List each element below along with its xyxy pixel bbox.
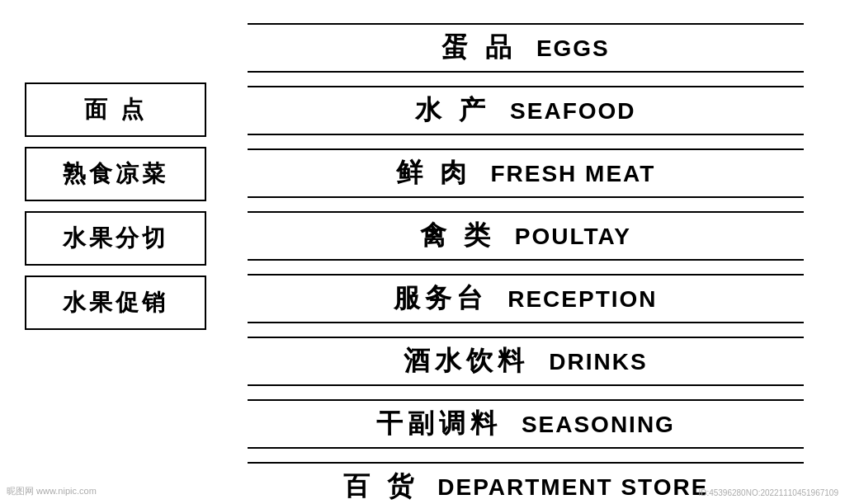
- right-item-seasoning: 干副调料 SEASONING: [231, 393, 820, 455]
- eggs-label: 蛋 品 EGGS: [441, 32, 610, 62]
- poultry-label: 禽 类 POULTAY: [420, 220, 631, 250]
- right-item-poultry: 禽 类 POULTAY: [231, 205, 820, 267]
- drinks-label: 酒水饮料 DRINKS: [404, 346, 647, 375]
- right-item-fresh-meat: 鲜 肉 FRESH MEAT: [231, 142, 820, 205]
- fresh-meat-label: 鲜 肉 FRESH MEAT: [396, 158, 656, 187]
- left-item-fruit-promo: 水果促销: [25, 276, 206, 330]
- right-item-eggs: 蛋 品 EGGS: [231, 16, 820, 79]
- page-container: 面 点 熟食凉菜 水果分切 水果促销 蛋 品 EGGS 水 产 SEAFOOD …: [0, 0, 845, 504]
- right-item-seafood: 水 产 SEAFOOD: [231, 79, 820, 142]
- right-item-reception: 服务台 RECEPTION: [231, 267, 820, 330]
- department-store-label: 百 货 DEPARTMENT STORE: [343, 471, 709, 501]
- left-column: 面 点 熟食凉菜 水果分切 水果促销: [25, 16, 206, 330]
- watermark-site: 昵图网 www.nipic.com: [7, 485, 97, 497]
- reception-label: 服务台 RECEPTION: [394, 283, 657, 313]
- right-column: 蛋 品 EGGS 水 产 SEAFOOD 鲜 肉 FRESH MEAT 禽 类 …: [231, 16, 820, 504]
- left-item-cooked-food: 熟食凉菜: [25, 147, 206, 201]
- left-item-pastry: 面 点: [25, 82, 206, 137]
- right-item-drinks: 酒水饮料 DRINKS: [231, 330, 820, 393]
- left-item-fruit-cut: 水果分切: [25, 211, 206, 266]
- seasoning-label: 干副调料 SEASONING: [376, 408, 675, 438]
- image-id: ID:45396280NO:20221110451967109: [698, 488, 838, 497]
- seafood-label: 水 产 SEAFOOD: [415, 95, 635, 125]
